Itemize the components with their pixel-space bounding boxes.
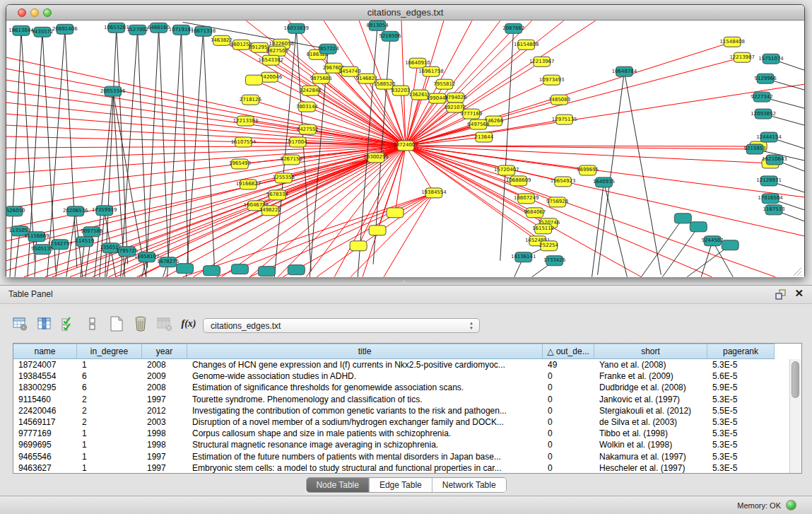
table-cell: 5.3E-5 — [707, 451, 775, 462]
row-height-button[interactable] — [82, 313, 103, 334]
graph-node-label: 9699695 — [577, 167, 599, 173]
graph-node[interactable] — [690, 222, 707, 232]
tab-network-table[interactable]: Network Table — [432, 478, 506, 492]
column-header-title[interactable]: title — [187, 344, 543, 359]
graph-node-label: 6466160 — [148, 25, 170, 30]
graph-node-label: 1733426 — [543, 257, 565, 263]
graph-node-label: 20691406 — [52, 26, 77, 32]
resize-grip[interactable] — [794, 268, 801, 276]
tab-node-table[interactable]: Node Table — [306, 478, 369, 492]
function-builder-button[interactable]: f(x) — [178, 313, 199, 334]
table-cell: 0 — [543, 370, 594, 382]
table-panel-header: Table Panel ✕ — [0, 286, 812, 304]
graph-node-label: 20053346 — [100, 88, 125, 94]
graph-node-label: 1640935 — [593, 179, 615, 185]
network-view-window[interactable]: citations_edges.txt 18724007183002951938… — [6, 4, 805, 277]
create-column-button[interactable] — [106, 313, 127, 334]
function-builder-icon: f(x) — [182, 318, 196, 329]
graph-node-label: 9827508 — [266, 48, 288, 54]
selection-mode-button[interactable] — [58, 313, 79, 334]
table-row[interactable]: 1872400712008Changes of HCN gene express… — [13, 359, 790, 370]
table-row[interactable]: 1456911722003Disruption of a novel membe… — [13, 416, 790, 428]
tab-edge-table[interactable]: Edge Table — [369, 478, 432, 492]
graph-node[interactable] — [231, 264, 248, 274]
graph-node-label: 16671338 — [191, 28, 216, 34]
table-cell: 6 — [77, 382, 142, 393]
table-cell: 1 — [77, 451, 142, 462]
table-cell: Corpus callosum shape and size in male p… — [187, 428, 543, 439]
window-title: citations_edges.txt — [6, 7, 804, 18]
graph-node[interactable] — [245, 75, 262, 85]
column-header-pagerank[interactable]: pagerank — [707, 344, 775, 359]
node-table: namein_degreeyeartitle△ out_de...shortpa… — [13, 343, 802, 474]
table-cell: 5.3E-5 — [707, 359, 775, 370]
column-header-out_degree[interactable]: △ out_de... — [543, 344, 594, 359]
graph-node[interactable] — [350, 241, 367, 251]
graph-node-label: 18807249 — [514, 195, 539, 201]
table-cell: 2008 — [142, 359, 187, 370]
citation-network-graph: 1872400718300295193845547463822860125889… — [6, 21, 804, 277]
graph-node-label: 8427552 — [297, 127, 319, 132]
scrollbar-thumb[interactable] — [792, 361, 799, 398]
network-canvas[interactable]: 1872400718300295193845547463822860125889… — [6, 21, 804, 277]
window-titlebar[interactable]: citations_edges.txt — [6, 5, 804, 21]
graph-node-label: 2718126 — [240, 97, 261, 103]
graph-node-label: 9129966 — [755, 76, 777, 81]
graph-node-label: 114519 — [75, 238, 94, 244]
graph-node-label: 12213967 — [529, 59, 554, 64]
graph-node[interactable] — [369, 226, 386, 235]
graph-node[interactable] — [288, 265, 305, 275]
table-mode-button[interactable] — [10, 313, 31, 334]
delete-table-button[interactable] — [154, 313, 175, 334]
table-row[interactable]: 1938455462009Genome-wide association stu… — [13, 370, 790, 382]
graph-node-label: 18226058 — [269, 41, 294, 47]
graph-node[interactable] — [387, 208, 404, 218]
graph-node-label: 12444154 — [756, 134, 782, 140]
graph-node-label: 9227342 — [751, 94, 773, 100]
delete-columns-button[interactable] — [130, 313, 151, 334]
table-row[interactable]: 969969511998Structural magnetic resonanc… — [13, 439, 790, 450]
close-panel-icon[interactable]: ✕ — [794, 287, 804, 300]
graph-node-label: 1965493 — [229, 160, 251, 166]
graph-node-label: 9684067 — [524, 209, 546, 215]
table-row[interactable]: 2242004622012Investigating the contribut… — [13, 405, 790, 416]
table-cell: 22420046 — [13, 405, 77, 416]
table-cell: 5.3E-5 — [707, 394, 775, 405]
column-header-year[interactable]: year — [142, 344, 187, 359]
graph-node-label: 11156869 — [24, 233, 49, 239]
graph-node[interactable] — [722, 240, 739, 250]
float-panel-icon[interactable] — [775, 288, 787, 300]
graph-node-label: 213644 — [474, 134, 493, 140]
table-cell: Tibbo et al. (1998) — [594, 428, 707, 439]
table-body: 1872400712008Changes of HCN gene express… — [13, 359, 790, 473]
graph-node-label: 9875685 — [310, 76, 332, 81]
table-cell: 6 — [77, 370, 142, 382]
table-cell: 2 — [77, 416, 142, 428]
table-vertical-scrollbar[interactable] — [789, 359, 801, 473]
column-header-short[interactable]: short — [594, 344, 707, 359]
table-row[interactable]: 946362711997Embryonic stem cells: a mode… — [13, 462, 790, 474]
table-row[interactable]: 911546021997Tourette syndrome. Phenomeno… — [13, 394, 790, 405]
graph-node-label: 11548408 — [719, 39, 744, 45]
memory-status-indicator[interactable] — [786, 500, 796, 510]
graph-node[interactable] — [204, 266, 220, 276]
graph-node[interactable] — [258, 267, 275, 276]
graph-node-label: 5678334 — [266, 192, 289, 197]
show-columns-button[interactable] — [34, 313, 55, 334]
table-cell: Nakamura et al. (1997) — [594, 451, 707, 462]
table-header-row: namein_degreeyeartitle△ out_de...shortpa… — [13, 344, 801, 359]
table-cell: 1 — [77, 428, 142, 439]
table-cell: 1997 — [142, 451, 187, 462]
table-select[interactable]: citations_edges.txt ▲▼ — [203, 318, 480, 333]
table-row[interactable]: 946554611997Estimation of the future num… — [13, 451, 790, 462]
table-row[interactable]: 977716911998Corpus callosum shape and si… — [13, 428, 790, 439]
graph-node-label: 8267150 — [281, 156, 302, 162]
column-header-in_degree[interactable]: in_degree — [77, 344, 142, 359]
table-cell: 2009 — [142, 370, 187, 382]
table-row[interactable]: 1830029562008Estimation of significance … — [13, 382, 790, 393]
column-header-name[interactable]: name — [13, 344, 77, 359]
graph-node[interactable] — [674, 214, 691, 223]
graph-node-label: 9756928 — [546, 199, 568, 204]
graph-node[interactable] — [177, 264, 194, 274]
panel-splitter-handle[interactable]: ▲ — [401, 279, 406, 284]
